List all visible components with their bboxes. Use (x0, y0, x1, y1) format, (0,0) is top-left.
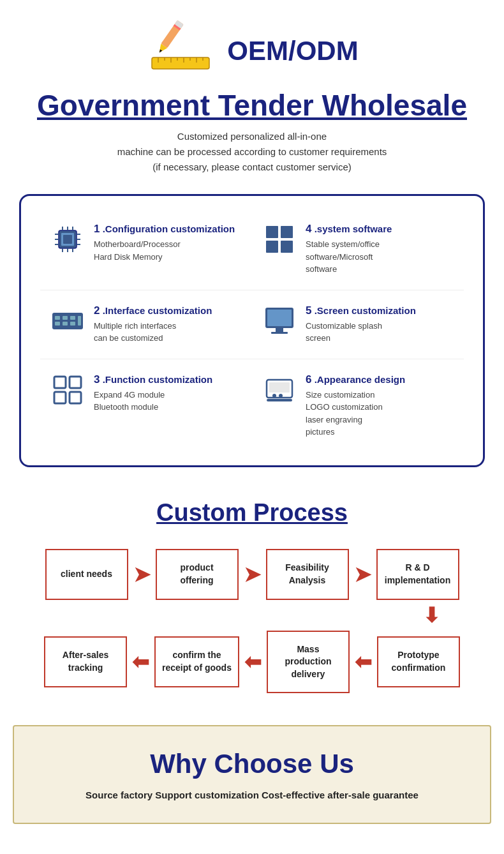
item-4-text: 4 .system software Stable system/offices… (306, 223, 392, 276)
process-feasibility: FeasibilityAnalysis (266, 549, 349, 600)
process-row-2: After-salestracking ⬅ confirm thereceipt… (13, 631, 491, 694)
custom-item-4: 4 .system software Stable system/offices… (252, 209, 464, 290)
process-section: Custom Process client needs ➤ productoff… (0, 480, 504, 707)
svg-rect-48 (70, 392, 81, 403)
svg-rect-34 (55, 316, 60, 320)
svg-rect-16 (63, 235, 72, 244)
arrow-down-icon: ⬇ (423, 603, 440, 627)
svg-rect-39 (70, 322, 75, 326)
header-section: OEM/ODM Government Tender Wholesale Cust… (0, 0, 504, 181)
svg-rect-45 (54, 377, 66, 388)
item-4-desc: Stable system/officesoftware/Microsoftso… (306, 238, 392, 276)
customization-grid: 1 .Configuration customization Motherboa… (40, 209, 464, 453)
subtitle: Customized personalized all-in-onemachin… (26, 129, 478, 175)
svg-rect-42 (267, 310, 292, 326)
item-1-text: 1 .Configuration customization Motherboa… (94, 223, 235, 263)
why-subtitle: Source factory Support customization Cos… (33, 790, 471, 800)
item-5-text: 5 .Screen customization Customizable spl… (306, 304, 416, 345)
arrow-right-1: ➤ (133, 562, 151, 587)
process-mass-production: Massproductiondelivery (267, 631, 350, 694)
item-3-text: 3 .Function customization Expand 4G modu… (94, 373, 212, 414)
svg-rect-40 (78, 316, 81, 326)
item-5-desc: Customizable splashscreen (306, 320, 416, 345)
cpu-icon (50, 223, 85, 261)
svg-rect-50 (269, 382, 290, 393)
arrow-right-2: ➤ (244, 562, 261, 587)
custom-item-3: 3 .Function customization Expand 4G modu… (40, 359, 252, 453)
svg-rect-53 (267, 399, 292, 401)
svg-point-52 (279, 394, 283, 398)
item-2-text: 2 .Interface customization Multiple rich… (94, 304, 212, 345)
gov-title: Government Tender Wholesale (26, 88, 478, 123)
process-confirm-receipt: confirm thereceipt of goods (154, 636, 239, 687)
item-6-title: 6 .Appearance design (306, 373, 405, 386)
svg-rect-47 (54, 392, 66, 403)
item-3-desc: Expand 4G moduleBluetooth module (94, 389, 212, 414)
item-6-desc: Size customizationLOGO customizationlase… (306, 389, 405, 438)
process-client-needs: client needs (45, 549, 128, 600)
svg-rect-30 (281, 226, 293, 238)
arrow-left-2: ⬅ (244, 650, 262, 674)
item-3-title: 3 .Function customization (94, 373, 212, 386)
item-2-desc: Multiple rich interfacescan be customize… (94, 320, 212, 345)
arrow-left-1: ⬅ (132, 650, 149, 674)
pencil-ruler-icon (145, 19, 216, 83)
io-port-icon (50, 304, 85, 343)
header-top: OEM/ODM (26, 19, 478, 83)
process-row-1: client needs ➤ productoffering ➤ Feasibi… (13, 549, 491, 600)
process-prototype: Prototypeconfirmation (377, 636, 460, 687)
item-1-desc: Motherboard/ProcessorHard Disk Memory (94, 238, 235, 263)
item-6-text: 6 .Appearance design Size customizationL… (306, 373, 405, 438)
arrow-left-3: ⬅ (355, 650, 372, 674)
arrow-right-3: ➤ (354, 562, 371, 587)
monitor-icon (262, 304, 297, 343)
customization-box: 1 .Configuration customization Motherboa… (19, 194, 485, 467)
svg-rect-32 (281, 241, 293, 253)
svg-rect-38 (63, 322, 68, 326)
svg-rect-44 (271, 332, 288, 334)
grid-modules-icon (50, 373, 85, 412)
item-4-title: 4 .system software (306, 223, 392, 236)
custom-item-6: 6 .Appearance design Size customizationL… (252, 359, 464, 453)
svg-rect-37 (55, 322, 60, 326)
item-5-title: 5 .Screen customization (306, 304, 416, 317)
custom-item-5: 5 .Screen customization Customizable spl… (252, 290, 464, 359)
windows-icon (262, 223, 297, 261)
item-1-title: 1 .Configuration customization (94, 223, 235, 236)
process-product-offering: productoffering (156, 549, 239, 600)
svg-rect-35 (63, 316, 68, 320)
svg-rect-43 (276, 328, 283, 332)
arrow-down-container: ⬇ (13, 603, 491, 627)
item-2-title: 2 .Interface customization (94, 304, 212, 317)
svg-rect-36 (70, 316, 75, 320)
device-icon (262, 373, 297, 412)
oem-title: OEM/ODM (227, 36, 358, 66)
svg-rect-29 (266, 226, 278, 238)
process-rd: R & Dimplementation (376, 549, 459, 600)
svg-rect-31 (266, 241, 278, 253)
svg-point-51 (272, 394, 276, 398)
svg-rect-46 (70, 377, 81, 388)
custom-item-2: 2 .Interface customization Multiple rich… (40, 290, 252, 359)
why-title: Why Choose Us (33, 749, 471, 779)
custom-item-1: 1 .Configuration customization Motherboa… (40, 209, 252, 290)
process-title: Custom Process (13, 499, 491, 527)
svg-rect-0 (152, 57, 209, 69)
why-section: Why Choose Us Source factory Support cus… (13, 725, 491, 824)
process-aftersales: After-salestracking (44, 636, 127, 687)
